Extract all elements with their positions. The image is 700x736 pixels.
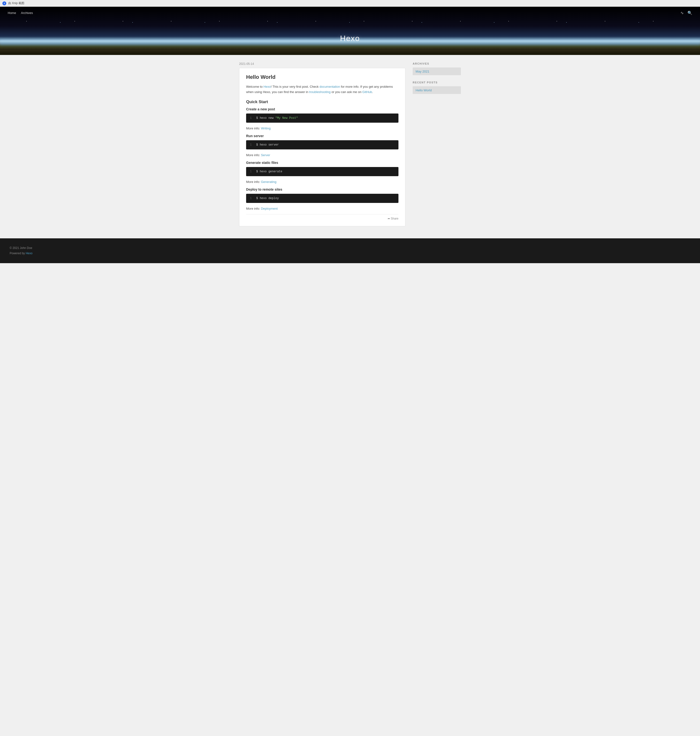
troubleshoot-link[interactable]: troubleshooting [309,90,331,94]
recent-post-hello-world-link[interactable]: Hello World [416,88,432,92]
archives-heading: ARCHIVES [413,62,461,65]
generate-code-line: $ hexo generate [256,170,282,173]
writing-link[interactable]: Writing [261,126,271,130]
run-server-subtitle: Run server [246,134,399,138]
main-content: 2021-05-14 Hello World Welcome to Hexo! … [234,55,466,238]
github-link[interactable]: GitHub [362,90,372,94]
nav-home[interactable]: Home [8,11,16,15]
run-server-moreinfo: More info: Server [246,153,399,157]
footer-powered-by-text: Powered by [10,251,26,255]
sidebar-recent-posts-section: RECENT POSTS Hello World [413,81,461,94]
run-server-code-line: $ hexo server [256,143,279,147]
post-divider [246,214,399,214]
footer-hexo-link[interactable]: Hexo [26,251,32,255]
code-line-num-1: 1 [250,116,253,120]
create-post-code-line: $ hexo new "My New Post" [256,116,298,120]
deploy-code-block: 1 $ hexo deploy [246,194,399,203]
share-icon: ➦ [388,217,390,220]
archives-may2021-link[interactable]: May 2021 [416,70,429,73]
rss-icon[interactable]: ∿ [681,10,684,15]
docs-link[interactable]: documentation [319,85,340,88]
share-button[interactable]: ➦ Share [246,217,399,220]
post-date: 2021-05-14 [239,62,406,66]
deploy-moreinfo: More info: Deployment [246,207,399,210]
deployment-link[interactable]: Deployment [261,207,278,210]
titlebar-logo: X [2,1,6,5]
search-icon[interactable]: 🔍 [687,10,692,15]
post-title: Hello World [246,74,399,80]
create-post-string: "My New Post" [275,116,298,120]
code-line-num-3: 1 [250,170,253,173]
generate-moreinfo: More info: Generating [246,180,399,184]
intro-text: Welcome to [246,85,263,88]
posts-area: 2021-05-14 Hello World Welcome to Hexo! … [239,62,406,231]
site-nav: Home Archives ∿ 🔍 [0,7,700,19]
site-footer: © 2021 John Doe Powered by Hexo [0,238,700,263]
code-line-num-4: 1 [250,197,253,200]
sidebar: ARCHIVES May 2021 RECENT POSTS Hello Wor… [413,62,461,231]
deploy-code-line: $ hexo deploy [256,197,279,200]
create-post-subtitle: Create a new post [246,107,399,111]
titlebar-logo-text: X [4,2,5,4]
nav-archives[interactable]: Archives [21,11,33,15]
recent-posts-heading: RECENT POSTS [413,81,461,84]
post-card: Hello World Welcome to Hexo! This is you… [239,68,406,226]
footer-powered-by: Powered by Hexo [10,251,690,256]
hexo-link[interactable]: Hexo [263,85,271,88]
post-intro: Welcome to Hexo! This is your very first… [246,84,399,95]
site-header: Home Archives ∿ 🔍 Hexo [0,7,700,55]
sidebar-archives-section: ARCHIVES May 2021 [413,62,461,75]
share-label: Share [391,217,399,220]
site-hero-title: Hexo [340,34,360,43]
sidebar-item-hello-world[interactable]: Hello World [413,86,461,94]
create-post-moreinfo: More info: Writing [246,126,399,130]
code-line-num-2: 1 [250,143,253,147]
browser-window: Home Archives ∿ 🔍 Hexo 2021-05-14 Hello … [0,7,700,736]
intro-end: . [372,90,373,94]
run-server-code-block: 1 $ hexo server [246,140,399,150]
intro-pre-github: or you can ask me on [331,90,363,94]
titlebar: X 由 Xnip 截图 [0,0,700,7]
deploy-subtitle: Deploy to remote sites [246,188,399,191]
nav-icons: ∿ 🔍 [681,10,692,15]
generating-link[interactable]: Generating [261,180,276,184]
create-post-cmd: $ hexo new [256,116,275,120]
generate-subtitle: Generate static files [246,161,399,165]
create-post-code-block: 1 $ hexo new "My New Post" [246,113,399,123]
quick-start-title: Quick Start [246,100,399,104]
server-link[interactable]: Server [261,153,270,157]
generate-code-block: 1 $ hexo generate [246,167,399,176]
footer-copyright: © 2021 John Doe [10,245,690,251]
sidebar-item-may2021[interactable]: May 2021 [413,68,461,75]
titlebar-text: 由 Xnip 截图 [8,1,24,5]
nav-links: Home Archives [8,11,33,15]
intro-middle: ! This is your very first post. Check [271,85,319,88]
